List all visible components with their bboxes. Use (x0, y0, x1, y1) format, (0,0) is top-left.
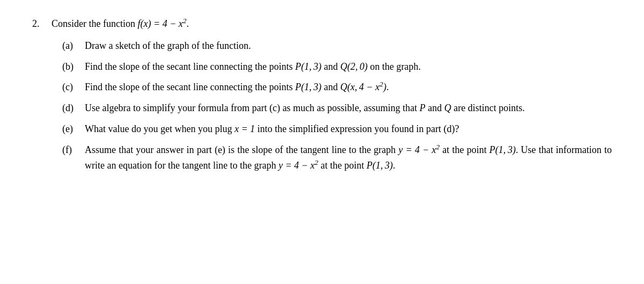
problem-number: 2. Consider the function f(x) = 4 − x2. … (32, 16, 612, 178)
sub-part-d-label: (d) (62, 100, 82, 116)
sub-part-f: (f) Assume that your answer in part (e) … (62, 142, 612, 173)
sub-part-f-content: Assume that your answer in part (e) is t… (85, 142, 612, 173)
problem-content: Consider the function f(x) = 4 − x2. (a)… (52, 16, 612, 178)
sub-part-b-content: Find the slope of the secant line connec… (85, 59, 612, 75)
problem-container: 2. Consider the function f(x) = 4 − x2. … (32, 16, 612, 178)
sub-part-a-label: (a) (62, 38, 82, 54)
sub-parts: (a) Draw a sketch of the graph of the fu… (52, 38, 612, 173)
sub-part-e-content: What value do you get when you plug x = … (85, 121, 612, 137)
sub-part-d: (d) Use algebra to simplify your formula… (62, 100, 612, 116)
sub-part-a-content: Draw a sketch of the graph of the functi… (85, 38, 612, 54)
sub-part-a: (a) Draw a sketch of the graph of the fu… (62, 38, 612, 54)
sub-part-d-content: Use algebra to simplify your formula fro… (85, 100, 612, 116)
sub-part-f-label: (f) (62, 142, 82, 158)
sub-part-c: (c) Find the slope of the secant line co… (62, 79, 612, 95)
sub-part-e: (e) What value do you get when you plug … (62, 121, 612, 137)
sub-part-c-label: (c) (62, 79, 82, 95)
problem-number-label: 2. (32, 16, 47, 32)
sub-part-b: (b) Find the slope of the secant line co… (62, 59, 612, 75)
sub-part-c-content: Find the slope of the secant line connec… (85, 79, 612, 95)
sub-part-e-label: (e) (62, 121, 82, 137)
problem-statement: Consider the function f(x) = 4 − x2. (52, 16, 612, 32)
sub-part-b-label: (b) (62, 59, 82, 75)
function-notation: f(x) = 4 − x2 (137, 18, 186, 29)
